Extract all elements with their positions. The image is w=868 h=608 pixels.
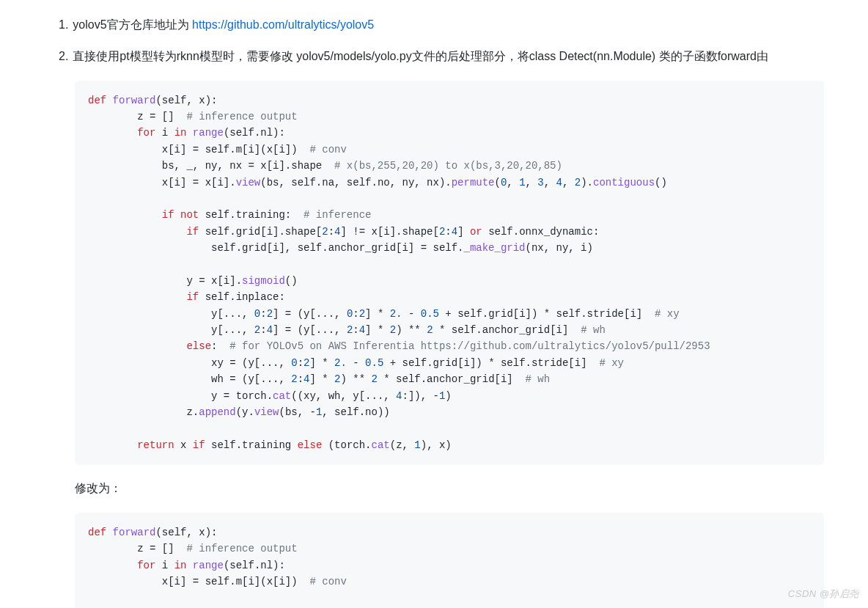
list-number: 2.: [59, 50, 68, 62]
list-text-prefix: yolov5官方仓库地址为: [73, 18, 192, 31]
code-block-original: def forward(self, x): z = [] # inference…: [75, 81, 824, 466]
list-item-2: 2.直接使用pt模型转为rknn模型时，需要修改 yolov5/models/y…: [59, 46, 824, 67]
repo-link[interactable]: https://github.com/ultralytics/yolov5: [192, 18, 374, 31]
list-number: 1.: [59, 18, 68, 31]
list-item-1: 1.yolov5官方仓库地址为 https://github.com/ultra…: [59, 15, 824, 36]
code-block-modified: def forward(self, x): z = [] # inference…: [75, 513, 824, 608]
mid-text: 修改为：: [75, 478, 824, 499]
list-text: 直接使用pt模型转为rknn模型时，需要修改 yolov5/models/yol…: [73, 50, 768, 62]
